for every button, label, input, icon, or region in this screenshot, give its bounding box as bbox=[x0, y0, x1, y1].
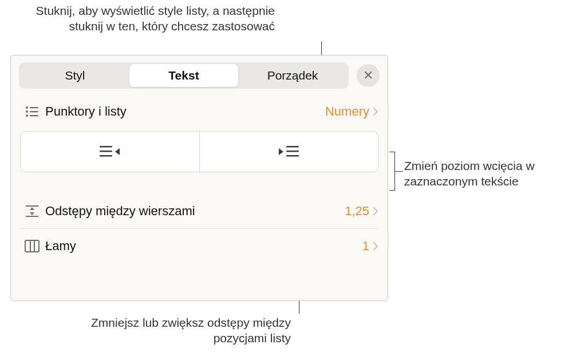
row-bullets-lists[interactable]: Punktory i listy Numery bbox=[11, 94, 388, 129]
svg-rect-10 bbox=[286, 151, 299, 152]
svg-rect-8 bbox=[100, 155, 112, 156]
callout-bracket-right bbox=[389, 152, 395, 191]
bullets-value: Numery bbox=[325, 104, 369, 119]
increase-indent-button[interactable] bbox=[199, 132, 378, 172]
tab-text[interactable]: Tekst bbox=[129, 64, 238, 87]
bullets-label: Punktory i listy bbox=[45, 104, 325, 119]
columns-icon bbox=[22, 240, 42, 252]
svg-rect-15 bbox=[30, 240, 31, 252]
bullets-icon bbox=[22, 106, 42, 117]
svg-rect-6 bbox=[100, 146, 112, 147]
segmented-control: Styl Tekst Porządek bbox=[19, 62, 349, 89]
svg-rect-14 bbox=[25, 240, 39, 252]
svg-point-2 bbox=[26, 110, 28, 113]
callout-indent-level: Zmień poziom wcięcia w zaznaczonym tekśc… bbox=[404, 158, 576, 189]
tabs-row: Styl Tekst Porządek ✕ bbox=[11, 56, 388, 94]
decrease-indent-icon bbox=[100, 144, 120, 159]
row-columns[interactable]: Łamy 1 bbox=[11, 229, 388, 263]
increase-indent-icon bbox=[278, 144, 299, 159]
tab-style[interactable]: Styl bbox=[21, 64, 129, 87]
line-spacing-icon bbox=[22, 204, 42, 218]
chevron-right-icon bbox=[373, 242, 378, 251]
svg-rect-13 bbox=[26, 216, 38, 217]
close-icon: ✕ bbox=[363, 68, 373, 83]
svg-rect-3 bbox=[30, 111, 38, 112]
columns-value: 1 bbox=[362, 239, 369, 254]
format-panel: Styl Tekst Porządek ✕ Punktory i listy N… bbox=[10, 55, 388, 301]
columns-label: Łamy bbox=[45, 239, 362, 254]
chevron-right-icon bbox=[373, 107, 378, 116]
svg-rect-7 bbox=[100, 151, 112, 152]
chevron-right-icon bbox=[373, 207, 378, 216]
svg-rect-1 bbox=[30, 107, 38, 108]
tab-arrange[interactable]: Porządek bbox=[238, 64, 347, 87]
callout-list-styles: Stuknij, aby wyświetlić style listy, a n… bbox=[34, 3, 275, 34]
row-line-spacing[interactable]: Odstępy między wierszami 1,25 bbox=[11, 194, 388, 228]
indent-button-group bbox=[20, 131, 378, 172]
line-spacing-label: Odstępy między wierszami bbox=[45, 204, 345, 219]
svg-point-4 bbox=[26, 114, 28, 117]
svg-rect-12 bbox=[26, 205, 38, 207]
svg-rect-5 bbox=[30, 115, 38, 116]
line-spacing-value: 1,25 bbox=[345, 204, 369, 219]
decrease-indent-button[interactable] bbox=[21, 132, 199, 172]
close-button[interactable]: ✕ bbox=[357, 64, 380, 87]
callout-line-spacing: Zmniejsz lub zwiększ odstępy między pozy… bbox=[62, 315, 291, 346]
svg-point-0 bbox=[26, 106, 28, 109]
svg-rect-11 bbox=[286, 155, 299, 156]
svg-rect-9 bbox=[286, 146, 299, 147]
svg-rect-16 bbox=[34, 240, 35, 252]
callout-line-right bbox=[395, 171, 403, 172]
